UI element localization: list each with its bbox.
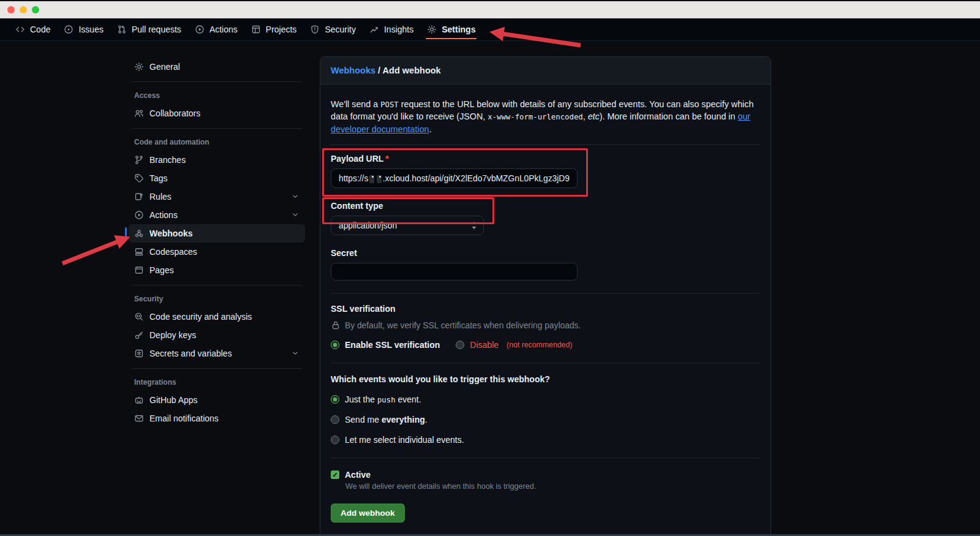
code-icon — [15, 25, 25, 34]
text-segment: POST — [380, 100, 399, 109]
codescan-icon — [134, 312, 144, 322]
event-option-label: Send me everything. — [345, 415, 428, 425]
tab-label: Pull requests — [132, 25, 181, 34]
ssl-note-row: By default, we verify SSL certificates w… — [331, 320, 760, 330]
enable-ssl-label: Enable SSL verification — [345, 340, 440, 350]
card-body: We'll send a POST request to the URL bel… — [320, 85, 771, 536]
sidebar-item-label: GitHub Apps — [149, 395, 198, 405]
sidebar-section-code-and-automation: Code and automation — [129, 134, 305, 151]
event-option-1[interactable]: Just the push event. — [331, 394, 760, 404]
tab-projects[interactable]: Projects — [244, 18, 304, 40]
tab-security[interactable]: Security — [303, 18, 363, 40]
sidebar-item-pages[interactable]: Pages — [129, 261, 305, 279]
sidebar-item-label: Tags — [149, 173, 168, 183]
sidebar-item-deploy-keys[interactable]: Deploy keys — [129, 326, 305, 344]
payload-url-prefix: https://s — [339, 174, 368, 183]
sidebar-section-security: Security — [129, 291, 305, 308]
sidebar-item-github-apps[interactable]: GitHub Apps — [129, 391, 305, 409]
disable-ssl-note: (not recommended) — [507, 341, 572, 349]
tab-actions[interactable]: Actions — [188, 18, 244, 40]
redacted-block — [369, 175, 374, 183]
sidebar-divider — [132, 128, 302, 129]
text-segment: ). More information can be found in — [600, 111, 738, 121]
sidebar-item-secrets-and-variables[interactable]: Secrets and variables — [129, 344, 305, 363]
event-option-label: Let me select individual events. — [345, 435, 464, 445]
text-segment: Let me select individual events. — [345, 435, 464, 445]
text-segment: Just the — [345, 394, 377, 404]
sidebar-section-access: Access — [129, 88, 305, 104]
payload-url-label: Payload URL* — [331, 154, 578, 164]
sidebar-item-codespaces[interactable]: Codespaces — [129, 243, 305, 261]
sidebar-item-label: General — [149, 62, 180, 72]
active-label: Active — [345, 470, 371, 480]
tab-code[interactable]: Code — [9, 18, 57, 40]
add-webhook-card: Webhooks / Add webhook We'll send a POST… — [320, 56, 771, 536]
payload-url-suffix: .xcloud.host/api/git/X2lEdo7vbMZGnL0PkLg… — [383, 174, 570, 183]
arrow-to-webhooks-item — [62, 238, 126, 263]
text-segment: We'll send a — [331, 99, 380, 109]
sidebar-divider — [132, 285, 302, 285]
content-type-select[interactable]: application/json — [331, 216, 484, 235]
sidebar-section-integrations: Integrations — [129, 374, 305, 391]
event-option-2[interactable]: Send me everything. — [331, 415, 760, 425]
sidebar-item-branches[interactable]: Branches — [129, 151, 305, 169]
tab-label: Code — [30, 25, 50, 34]
sidebar-item-label: Branches — [149, 155, 186, 165]
tab-issues[interactable]: Issues — [57, 18, 110, 40]
issue-icon — [64, 25, 74, 34]
tag-icon — [134, 173, 144, 183]
disable-ssl-label: Disable — [470, 340, 499, 350]
divider — [331, 145, 760, 145]
tab-insights[interactable]: Insights — [363, 18, 420, 40]
radio-unselected-icon — [331, 436, 339, 444]
radio-selected-icon — [331, 395, 339, 404]
rules-icon — [134, 192, 144, 202]
sidebar-item-label: Webhooks — [149, 228, 193, 238]
active-note: We will deliver event details when this … — [345, 482, 760, 491]
radio-unselected-icon — [456, 341, 464, 349]
payload-url-field: Payload URL* https://s.xcloud.host/api/g… — [331, 154, 578, 188]
gear-icon — [134, 62, 144, 72]
settings-sidebar: GeneralAccessCollaboratorsCode and autom… — [129, 58, 305, 428]
chevron-down-icon — [291, 210, 300, 221]
secret-input[interactable] — [331, 263, 578, 281]
text-segment: push — [377, 396, 396, 404]
secret-icon — [134, 349, 144, 358]
active-checkbox-row[interactable]: ✓ Active — [331, 470, 760, 480]
redacted-block — [377, 175, 382, 183]
divider — [331, 363, 760, 363]
tab-label: Projects — [266, 25, 297, 34]
close-window-button[interactable] — [7, 6, 15, 13]
sidebar-item-actions[interactable]: Actions — [129, 206, 305, 224]
breadcrumb-webhooks-link[interactable]: Webhooks — [331, 66, 375, 75]
text-segment: x-www-form-urlencoded — [488, 113, 582, 121]
window-titlebar — [0, 0, 980, 18]
sidebar-divider — [132, 81, 302, 82]
browser-icon — [134, 265, 144, 275]
enable-ssl-radio[interactable]: Enable SSL verification — [331, 340, 440, 350]
checkbox-checked-icon: ✓ — [331, 470, 339, 479]
sidebar-item-collaborators[interactable]: Collaborators — [129, 104, 305, 123]
sidebar-item-webhooks[interactable]: Webhooks — [129, 224, 305, 243]
add-webhook-button[interactable]: Add webhook — [331, 504, 405, 523]
sidebar-item-code-security-and-analysis[interactable]: Code security and analysis — [129, 308, 305, 326]
sidebar-item-rules[interactable]: Rules — [129, 187, 305, 206]
content-type-value: application/json — [339, 221, 397, 230]
events-radio-group: Just the push event.Send me everything.L… — [331, 394, 760, 445]
sidebar-item-tags[interactable]: Tags — [129, 169, 305, 187]
webhook-icon — [134, 228, 144, 238]
graph-icon — [369, 25, 379, 34]
sidebar-item-label: Codespaces — [149, 247, 197, 257]
tab-pull-requests[interactable]: Pull requests — [110, 18, 188, 40]
content-type-label: Content type — [331, 201, 484, 211]
sidebar-item-general[interactable]: General — [129, 58, 305, 76]
tab-settings[interactable]: Settings — [420, 18, 482, 40]
disable-ssl-radio[interactable]: Disable (not recommended) — [456, 340, 572, 350]
event-option-3[interactable]: Let me select individual events. — [331, 435, 760, 445]
zoom-window-button[interactable] — [32, 6, 39, 13]
sidebar-item-email-notifications[interactable]: Email notifications — [129, 409, 305, 428]
minimize-window-button[interactable] — [20, 6, 27, 13]
sidebar-item-label: Actions — [149, 210, 178, 220]
payload-url-input[interactable]: https://s.xcloud.host/api/git/X2lEdo7vbM… — [331, 168, 578, 188]
sidebar-item-label: Secrets and variables — [149, 349, 232, 358]
